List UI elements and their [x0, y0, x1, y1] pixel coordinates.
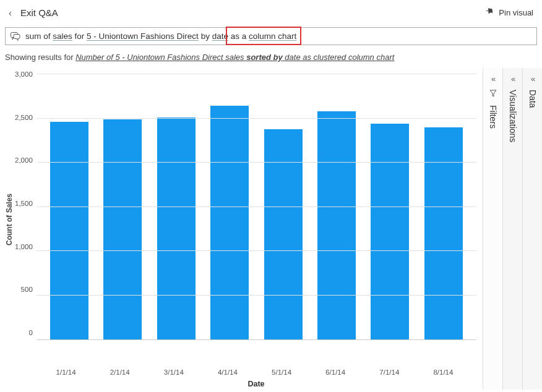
- gridline: [37, 295, 476, 296]
- svg-rect-1: [14, 34, 20, 38]
- qna-query-input[interactable]: sum of sales for 5 - Uniontown Fashions …: [5, 27, 537, 45]
- chart-visual[interactable]: Count of Sales 3,0002,5002,0001,5001,000…: [0, 68, 483, 390]
- y-tick-label: 1,500: [15, 200, 33, 207]
- chart-plot-area: [37, 74, 476, 340]
- chevron-left-double-icon: «: [491, 74, 492, 83]
- back-chevron-icon[interactable]: ‹: [6, 5, 14, 20]
- filters-panel-collapsed[interactable]: « Filters: [483, 68, 502, 390]
- chart-bars: [37, 74, 476, 339]
- chart-bar[interactable]: [264, 129, 303, 339]
- filters-panel-label: Filters: [488, 105, 498, 129]
- gridline: [37, 207, 476, 207]
- gridline: [37, 162, 476, 163]
- x-tick-label: 6/1/14: [316, 369, 355, 376]
- y-tick-label: 3,000: [15, 70, 33, 78]
- y-axis-title: Count of Sales: [5, 74, 14, 365]
- y-tick-label: 500: [21, 286, 33, 293]
- visualizations-panel-label: Visualizations: [508, 90, 518, 142]
- exit-qna[interactable]: ‹ Exit Q&A: [6, 5, 58, 20]
- chevron-left-double-icon: «: [531, 74, 531, 83]
- gridline: [37, 118, 476, 119]
- gridline: [37, 250, 476, 251]
- data-panel-label: Data: [528, 90, 538, 108]
- y-axis-ticks: 3,0002,5002,0001,5001,0005000: [15, 74, 37, 340]
- header: ‹ Exit Q&A Pin visual: [0, 0, 542, 25]
- filter-icon: [489, 90, 497, 99]
- x-tick-label: 1/1/14: [47, 369, 85, 376]
- y-tick-label: 2,500: [15, 114, 33, 121]
- pin-icon: [483, 6, 497, 19]
- x-tick-label: 5/1/14: [262, 369, 301, 376]
- qna-icon: [11, 32, 20, 41]
- gridline: [37, 74, 476, 74]
- chart-bar[interactable]: [210, 106, 249, 339]
- pin-visual-button[interactable]: Pin visual: [485, 7, 533, 18]
- chart-bar[interactable]: [424, 127, 463, 339]
- x-tick-label: 7/1/14: [370, 369, 408, 376]
- results-description: Showing results for Number of 5 - Uniont…: [5, 53, 536, 62]
- side-panels: « Filters « Visualizations « Data: [483, 68, 542, 390]
- chart-bar[interactable]: [103, 119, 142, 339]
- main-area: Count of Sales 3,0002,5002,0001,5001,000…: [0, 68, 542, 390]
- chart-bar[interactable]: [371, 124, 409, 339]
- visualizations-panel-collapsed[interactable]: « Visualizations: [502, 68, 522, 390]
- x-tick-label: 8/1/14: [424, 369, 462, 376]
- y-tick-label: 0: [28, 329, 32, 336]
- exit-label: Exit Q&A: [20, 7, 58, 18]
- chevron-left-double-icon: «: [511, 74, 512, 83]
- data-panel-collapsed[interactable]: « Data: [522, 68, 542, 390]
- y-tick-label: 1,000: [15, 243, 33, 250]
- pin-label: Pin visual: [499, 8, 533, 17]
- chart-bar[interactable]: [157, 117, 196, 339]
- x-tick-label: 2/1/14: [101, 369, 139, 376]
- y-tick-label: 2,000: [15, 156, 33, 164]
- x-tick-label: 3/1/14: [155, 369, 193, 376]
- chart-bar[interactable]: [50, 122, 88, 339]
- x-axis-title: Date: [5, 380, 483, 388]
- x-axis-ticks: 1/1/142/1/143/1/144/1/145/1/146/1/147/1/…: [5, 365, 476, 376]
- x-tick-label: 4/1/14: [209, 369, 247, 376]
- chart-bar[interactable]: [317, 111, 356, 339]
- query-text: sum of sales for 5 - Uniontown Fashions …: [25, 32, 296, 41]
